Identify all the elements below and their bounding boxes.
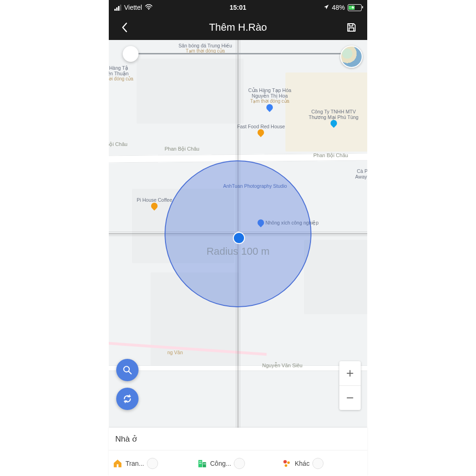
geofence-name-input[interactable]: Nhà ở [109, 428, 367, 450]
svg-rect-9 [200, 463, 201, 464]
page-title: Thêm H.Rào [209, 21, 267, 33]
category-label: Khác [295, 460, 310, 467]
radius-slider[interactable] [124, 53, 348, 54]
svg-rect-11 [205, 463, 206, 464]
svg-rect-8 [199, 463, 200, 464]
poi-label: Sân bóng đá Trung HiếuTạm thời đóng cửa [178, 43, 232, 54]
radius-label: Radius 100 m [165, 245, 311, 258]
svg-rect-6 [199, 461, 200, 462]
category-home[interactable]: Tran... [112, 458, 194, 469]
svg-point-13 [287, 461, 290, 464]
carrier-label: Viettel [124, 4, 142, 11]
geofence-name-value: Nhà ở [115, 434, 137, 444]
svg-point-14 [284, 464, 287, 467]
road-label: Phan Bội Châu [313, 152, 348, 159]
road-label: Phan Bội Châu [165, 146, 199, 152]
category-row: Tran... Công... Khác [109, 450, 367, 476]
svg-rect-5 [203, 462, 206, 467]
zoom-in-button[interactable]: + [339, 361, 361, 385]
map-search-button[interactable] [116, 359, 139, 381]
svg-rect-10 [204, 463, 205, 464]
clock: 15:01 [230, 4, 246, 11]
map-layer-toggle[interactable] [340, 46, 363, 68]
current-location-dot [233, 232, 245, 244]
poi-label: Công Ty TNHH MTV Thương Mại Phú Tùng [309, 109, 358, 128]
back-button[interactable] [117, 20, 132, 35]
home-icon [112, 458, 123, 469]
battery-percent: 48% [332, 4, 345, 11]
svg-point-0 [148, 9, 149, 10]
svg-line-3 [129, 371, 132, 374]
zoom-control: + − [339, 361, 361, 410]
wifi-icon [145, 4, 152, 11]
status-bar: Viettel 15:01 48% [109, 0, 367, 15]
location-icon [324, 4, 329, 11]
poi-label: ng Vân [167, 350, 183, 355]
poi-label: Cà Phê Take Away Xóm Tôi [355, 160, 367, 179]
category-other[interactable]: Khác [282, 458, 364, 469]
map-canvas[interactable]: Phan Bội Châu Phan Bội Châu Bội Châu Ngu… [109, 40, 367, 428]
zoom-out-button[interactable]: − [339, 385, 361, 410]
category-label: Tran... [126, 460, 144, 467]
poi-label: a Hàng Tậ yên Thuậnthời đóng cửa [109, 65, 133, 82]
category-label: Công... [210, 460, 231, 467]
signal-bars-icon [114, 5, 121, 11]
battery-icon [348, 4, 362, 11]
slider-thumb[interactable] [123, 46, 139, 62]
category-work[interactable]: Công... [197, 458, 279, 469]
radio-button[interactable] [234, 458, 245, 469]
road-label: Bội Châu [109, 141, 127, 147]
dots-icon [282, 458, 292, 469]
radio-button[interactable] [147, 458, 158, 469]
road-label: Nguyễn Văn Siêu [262, 363, 303, 369]
svg-point-12 [284, 460, 287, 463]
geofence-circle[interactable]: Radius 100 m [165, 160, 311, 307]
poi-label: Cửa Hàng Tạp Hóa Nguyễn Thị HoaTạm thời … [248, 87, 291, 112]
nav-bar: Thêm H.Rào [109, 15, 367, 40]
save-button[interactable] [344, 20, 359, 35]
map-refresh-button[interactable] [116, 388, 139, 410]
bottom-panel: Nhà ở Tran... Công... Khác [109, 428, 367, 476]
app-frame: Viettel 15:01 48% Thêm H.Rào [109, 0, 367, 476]
svg-rect-7 [200, 461, 201, 462]
svg-rect-4 [198, 460, 202, 468]
poi-label: Fast Food Red House [237, 124, 285, 138]
radio-button[interactable] [312, 458, 324, 469]
building-icon [197, 458, 207, 469]
